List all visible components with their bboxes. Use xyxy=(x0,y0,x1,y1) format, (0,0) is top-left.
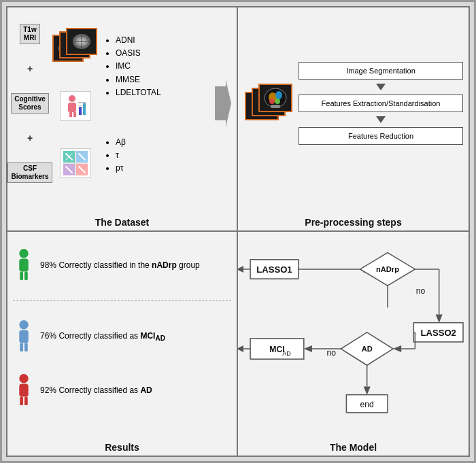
svg-point-41 xyxy=(19,249,28,258)
svg-rect-51 xyxy=(20,397,23,406)
end-label: end xyxy=(360,399,374,409)
svg-rect-40 xyxy=(271,105,280,108)
svg-rect-15 xyxy=(69,112,72,117)
mri-stack-icon xyxy=(52,28,99,63)
arrow-ad-end-head xyxy=(364,386,371,394)
bullet-abeta: Aβ xyxy=(116,136,212,149)
pp-brain-svg xyxy=(262,86,289,109)
mci-sub: AD xyxy=(282,350,291,357)
nADrp-label: nADrp xyxy=(376,264,399,273)
t1w-group: T1wMRI xyxy=(20,24,39,44)
dataset-arrow-col xyxy=(215,14,231,192)
bullet-ldelt: LDELTOTAL xyxy=(116,86,212,99)
svg-point-36 xyxy=(275,91,282,99)
plus-1: + xyxy=(27,63,33,74)
pp-arrow-2 xyxy=(376,116,386,123)
no-label-1: no xyxy=(416,286,426,296)
result-item-2: 76% Correctly classified as MCIAD xyxy=(13,317,231,356)
result-percent-3: 92% xyxy=(40,385,56,395)
right-arrow-svg xyxy=(215,80,231,127)
pp-mri-card-1 xyxy=(258,84,292,112)
dataset-panel: T1wMRI + CognitiveScores + CSFBiomarkers xyxy=(7,7,238,232)
model-title: The Model xyxy=(238,442,469,453)
svg-rect-18 xyxy=(83,103,86,115)
bullet-ptau: pτ xyxy=(116,162,212,175)
result-text-3: 92% Correctly classified as AD xyxy=(40,385,152,396)
person-chart-svg xyxy=(63,93,88,119)
pp-flow: Image Segmentation Features Extraction/S… xyxy=(299,14,463,192)
svg-point-49 xyxy=(19,374,28,383)
csf-group: CSFBiomarkers xyxy=(7,162,52,183)
result-text-1: 98% Correctly classified in the nADrp gr… xyxy=(40,260,200,271)
arrow-lasso1-left-head xyxy=(238,265,243,272)
pp-mri-stack xyxy=(245,84,294,123)
top-bullets: ADNI OASIS IMC MMSE LDELTOTAL xyxy=(103,34,212,99)
plus-2: + xyxy=(27,133,33,143)
model-flow-svg: LASSO1 nADrp no xyxy=(243,239,463,418)
arrow-lasso2-ad-head xyxy=(393,345,401,351)
svg-rect-16 xyxy=(73,112,76,117)
svg-rect-46 xyxy=(19,330,28,343)
main-grid: T1wMRI + CognitiveScores + CSFBiomarkers xyxy=(6,6,470,457)
brain-mri-svg-3 xyxy=(70,32,93,51)
lasso1-label: LASSO1 xyxy=(256,264,292,274)
svg-point-37 xyxy=(275,99,280,104)
result-label-1: Correctly classified in the nADrp group xyxy=(58,260,199,270)
no-label-2: no xyxy=(326,348,336,358)
svg-rect-14 xyxy=(68,103,76,112)
cognitive-icon xyxy=(60,91,91,121)
lasso2-label: LASSO2 xyxy=(420,327,456,337)
model-content: LASSO1 nADrp no xyxy=(243,239,463,418)
bullet-imc: IMC xyxy=(116,60,212,73)
preprocessing-content: Image Segmentation Features Extraction/S… xyxy=(243,14,463,192)
svg-rect-47 xyxy=(20,343,23,351)
result-item-3: 92% Correctly classified as AD xyxy=(13,371,231,410)
person-green-icon xyxy=(13,248,35,282)
person-red-icon xyxy=(13,373,35,407)
csf-icon xyxy=(60,148,91,178)
svg-rect-50 xyxy=(19,384,28,397)
result-divider xyxy=(13,301,231,301)
result-item-1: 98% Correctly classified in the nADrp gr… xyxy=(13,245,231,285)
pp-arrow-1 xyxy=(376,84,386,90)
svg-rect-44 xyxy=(24,272,28,281)
preprocessing-panel: Image Segmentation Features Extraction/S… xyxy=(238,7,469,232)
dataset-content: T1wMRI + CognitiveScores + CSFBiomarkers xyxy=(13,14,231,192)
ad-label: AD xyxy=(362,345,373,353)
model-panel: LASSO1 nADrp no xyxy=(238,232,469,456)
mri-card-3 xyxy=(66,28,97,55)
svg-point-45 xyxy=(19,320,28,329)
bullet-oasis: OASIS xyxy=(116,47,212,60)
bottom-bullets: Aβ τ pτ xyxy=(103,136,212,175)
csf-label: CSFBiomarkers xyxy=(7,162,52,183)
results-content: 98% Correctly classified in the nADrp gr… xyxy=(13,239,231,418)
results-panel: 98% Correctly classified in the nADrp gr… xyxy=(7,232,238,456)
preprocessing-title: Pre-processing steps xyxy=(238,217,469,228)
arrow-nADrp-lasso2-head xyxy=(436,314,443,322)
svg-rect-42 xyxy=(19,258,28,271)
cognitive-group: CognitiveScores xyxy=(11,93,49,114)
features-extraction-box: Features Extraction/Standardisation xyxy=(299,95,463,112)
result-text-2: 76% Correctly classified as MCIAD xyxy=(40,330,165,343)
dataset-bullets-col: ADNI OASIS IMC MMSE LDELTOTAL Aβ τ pτ xyxy=(103,14,212,192)
person-blue-icon xyxy=(13,320,35,354)
csf-grid-svg xyxy=(63,150,88,176)
dataset-title: The Dataset xyxy=(7,217,237,228)
result-percent-2: 76% xyxy=(40,331,56,341)
svg-marker-33 xyxy=(215,80,231,127)
cognitive-label: CognitiveScores xyxy=(11,93,49,114)
image-segmentation-box: Image Segmentation xyxy=(299,62,463,80)
results-title: Results xyxy=(7,442,237,453)
svg-point-13 xyxy=(69,95,75,102)
svg-rect-52 xyxy=(24,397,28,406)
arrow-mci-left-head xyxy=(238,345,243,351)
svg-rect-43 xyxy=(20,272,23,281)
bullet-adni: ADNI xyxy=(116,34,212,47)
pp-brain-scan xyxy=(243,14,294,192)
svg-point-38 xyxy=(269,99,275,104)
result-label-2: Correctly classified as MCIAD xyxy=(58,331,165,341)
features-reduction-box: Features Reduction xyxy=(299,127,463,145)
svg-rect-48 xyxy=(24,343,28,351)
arrow-ad-mci-head xyxy=(304,345,312,351)
bullet-tau: τ xyxy=(116,149,212,162)
